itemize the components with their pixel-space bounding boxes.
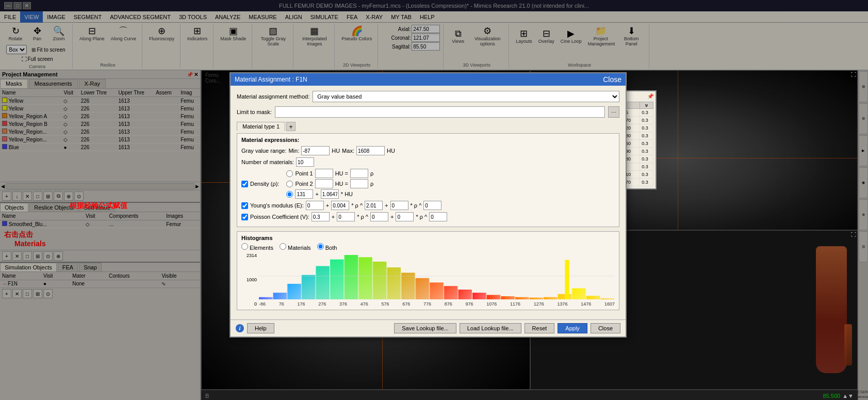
youngs-exp2-input[interactable] — [423, 201, 441, 210]
limit-mask-browse-btn[interactable]: ⋯ — [608, 106, 619, 118]
mat-col-nu: ν — [640, 102, 653, 109]
density-options: Point 1 HU = ρ Point 2 HU = ρ — [286, 169, 615, 199]
gray-value-range-row: Gray value range: Min: HU Max: HU — [241, 146, 615, 155]
point1-hu-input[interactable] — [315, 169, 333, 178]
youngs-coeff-input[interactable] — [331, 201, 349, 210]
formula-coeff-input[interactable] — [321, 189, 339, 199]
x-axis-labels: -8676176 276376476 576676776 8769761076 … — [259, 300, 615, 307]
help-btn[interactable]: Help — [247, 323, 274, 333]
poisson-checkbox[interactable] — [241, 214, 248, 220]
load-lookup-btn[interactable]: Load Lookup file... — [460, 323, 521, 333]
density-row: Density (ρ): Point 1 HU = ρ Point 2 — [241, 169, 615, 199]
close-btn[interactable]: Close — [591, 323, 620, 333]
density-point2-row: Point 2 HU = ρ — [286, 179, 615, 188]
youngs-exp-input[interactable] — [365, 201, 383, 210]
add-material-type-btn[interactable]: + — [286, 122, 296, 131]
point1-rho-input[interactable] — [350, 169, 368, 178]
mat-editor-pin-icon[interactable]: 📌 — [647, 93, 653, 100]
reset-btn[interactable]: Reset — [525, 323, 555, 333]
histogram-canvas-container: -8676176 276376476 576676776 8769761076 … — [259, 253, 615, 307]
density-point2-radio[interactable] — [286, 181, 293, 187]
num-materials-row: Number of materials: — [241, 157, 615, 167]
modal-footer: i Help Save Lookup file... Load Lookup f… — [231, 319, 626, 337]
material-assignment-modal: Material Assignment : F1N Close Material… — [230, 72, 627, 338]
hist-elements-radio[interactable] — [241, 243, 248, 250]
method-select[interactable]: Gray value based — [313, 91, 619, 102]
poisson-coeff-input[interactable] — [337, 212, 355, 221]
limit-mask-row: Limit to mask: ⋯ — [237, 106, 619, 118]
histogram-canvas — [259, 253, 615, 299]
youngs-row: Young's modulus (E): + * ρ ^ + * ρ ^ — [241, 201, 615, 210]
num-materials-input[interactable] — [296, 157, 314, 167]
histograms-section: Histograms Elements Materials Both 2314 … — [237, 231, 619, 310]
poisson-v1-input[interactable] — [396, 212, 414, 221]
min-value-input[interactable] — [301, 146, 330, 155]
youngs-v0-input[interactable] — [306, 201, 324, 210]
modal-body: Material assignment method: Gray value b… — [231, 86, 626, 319]
apply-btn[interactable]: Apply — [558, 323, 587, 333]
modal-title-bar: Material Assignment : F1N Close — [231, 73, 626, 86]
y-axis-labels: 2314 1000 0 — [241, 253, 257, 307]
modal-close-btn[interactable]: Close — [603, 75, 621, 84]
youngs-checkbox[interactable] — [241, 202, 248, 209]
method-row: Material assignment method: Gray value b… — [237, 91, 619, 102]
poisson-row: Poisson Coefficient (V): + * ρ ^ + * ρ ^ — [241, 212, 615, 221]
expressions-title: Material expressions: — [241, 137, 615, 143]
hist-elements-label: Elements — [241, 243, 273, 251]
density-formula-row: + * HU — [286, 189, 615, 199]
histogram-options: Elements Materials Both — [241, 243, 615, 251]
point2-hu-input[interactable] — [315, 179, 333, 188]
density-formula-radio[interactable] — [286, 191, 293, 198]
density-point1-radio[interactable] — [286, 170, 293, 177]
help-icon: i — [236, 324, 244, 332]
save-lookup-btn[interactable]: Save Lookup file... — [394, 323, 456, 333]
histogram-chart-area: 2314 1000 0 -8676176 276376476 576676776… — [241, 253, 615, 307]
material-type-1-tab[interactable]: Material type 1 — [237, 122, 285, 131]
max-value-input[interactable] — [356, 146, 385, 155]
hist-materials-radio[interactable] — [280, 243, 286, 250]
material-type-tabs: Material type 1 + — [237, 122, 619, 131]
hist-materials-label: Materials — [280, 243, 311, 251]
density-point1-row: Point 1 HU = ρ — [286, 169, 615, 178]
density-checkbox[interactable] — [241, 181, 248, 187]
limit-mask-input[interactable] — [275, 106, 605, 118]
hist-both-label: Both — [317, 243, 337, 251]
poisson-v0-input[interactable] — [312, 212, 330, 221]
formula-v-input[interactable] — [295, 189, 313, 199]
material-expressions-section: Material expressions: Gray value range: … — [237, 133, 619, 227]
poisson-exp-input[interactable] — [370, 212, 388, 221]
point2-rho-input[interactable] — [350, 179, 368, 188]
hist-both-radio[interactable] — [317, 243, 324, 250]
poisson-exp2-input[interactable] — [429, 212, 447, 221]
youngs-v1-input[interactable] — [390, 201, 408, 210]
